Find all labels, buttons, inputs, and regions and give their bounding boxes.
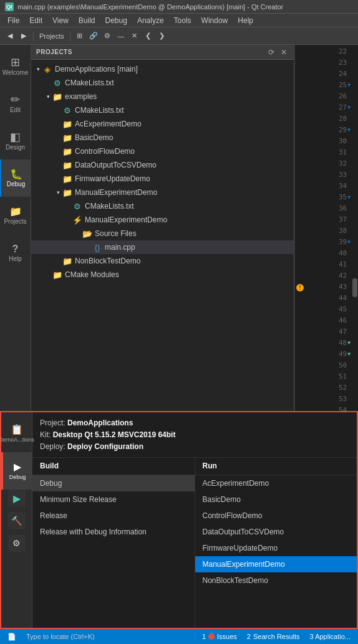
run-item-firmwareupdatedemo[interactable]: FirmwareUpdateDemo (195, 540, 357, 556)
menu-tools[interactable]: Tools (169, 15, 196, 26)
tree-item-manual-exec[interactable]: ⚡ManualExperimentDemo (31, 213, 294, 227)
tree-item-examples-folder[interactable]: ▾📁examples (31, 90, 294, 103)
popup-panel: 📋 DemoA...tions ▶ Debug ▶ 🔨 ⚙ Project: D… (0, 411, 358, 629)
build-item-release[interactable]: Release (32, 508, 195, 524)
tree-arrow-manual-demo[interactable]: ▾ (54, 188, 62, 197)
menu-view[interactable]: View (47, 15, 74, 26)
sidebar-item-debug[interactable]: 🐛 Debug (0, 159, 31, 197)
tree-item-control-demo[interactable]: 📁ControlFlowDemo (31, 144, 294, 158)
tree-label-source-files: Source Files (95, 229, 137, 238)
menu-file[interactable]: File (2, 15, 24, 26)
toolbar-link-btn[interactable]: 🔗 (87, 30, 100, 42)
sidebar-item-projects-label: Projects (4, 218, 26, 225)
tree-item-manual-cmake[interactable]: ⚙CMakeLists.txt (31, 199, 294, 213)
popup-debug-icon: ▶ (14, 461, 21, 473)
popup-sidebar-demoapps[interactable]: 📋 DemoA...tions (1, 415, 32, 452)
menu-bar: File Edit View Build Debug Analyze Tools… (0, 14, 358, 27)
status-app-label: 3 Applicatio... (310, 633, 351, 640)
tree-label-demo-root: DemoApplications [main] (55, 65, 138, 73)
tree-item-source-files[interactable]: 📂Source Files (31, 227, 294, 240)
tree-label-ac-demo: AcExperimentDemo (75, 120, 142, 128)
status-issues[interactable]: 1 Issues (198, 629, 241, 644)
tree-item-data-demo[interactable]: 📁DataOutputToCSVDemo (31, 158, 294, 172)
run-item-basicdemo[interactable]: BasicDemo (195, 491, 357, 508)
tree-label-basic-demo: BasicDemo (75, 133, 113, 142)
popup-content: Project: DemoApplications Kit: Desktop Q… (32, 412, 357, 628)
tree-arrow-cmake-root (44, 78, 52, 87)
sidebar-item-help-label: Help (9, 255, 22, 262)
tree-item-manual-demo[interactable]: ▾📁ManualExperimentDemo (31, 186, 294, 199)
status-search-placeholder: Type to locate (Ctrl+K) (26, 633, 95, 640)
status-search-results[interactable]: 2 Search Results (243, 629, 304, 644)
status-search-label: Search Results (253, 633, 300, 640)
tree-item-main-cpp[interactable]: {}main.cpp (31, 240, 294, 254)
tree-item-firmware-demo[interactable]: 📁FirmwareUpdateDemo (31, 172, 294, 186)
menu-help[interactable]: Help (233, 15, 258, 26)
tree-arrow-firmware-demo (54, 174, 62, 183)
popup-run-header: Run (195, 458, 357, 475)
sidebar-item-projects[interactable]: 📁 Projects (0, 197, 31, 234)
run-item-controlflowdemo[interactable]: ControlFlowDemo (195, 508, 357, 524)
tree-item-nonblock-demo[interactable]: 📁NonBlockTestDemo (31, 254, 294, 268)
menu-build[interactable]: Build (74, 15, 100, 26)
status-file-icon[interactable]: 📄 (4, 629, 20, 644)
build-list: DebugMinimum Size ReleaseReleaseRelease … (32, 475, 195, 540)
panel-btn-close[interactable]: ✕ (279, 47, 289, 57)
line-num-52: 52 (295, 382, 352, 394)
panel-btn-sync[interactable]: ⟳ (266, 47, 276, 57)
sidebar-item-help[interactable]: ? Help (0, 234, 31, 272)
tree-arrow-examples-cmake (54, 106, 62, 115)
run-item-manualexperimentdemo[interactable]: ManualExperimentDemo (195, 556, 357, 572)
tree-arrow-examples-folder[interactable]: ▾ (44, 92, 52, 101)
menu-edit[interactable]: Edit (24, 15, 47, 26)
sidebar-item-edit[interactable]: ✏ Edit (0, 85, 31, 122)
toolbar-back-btn[interactable]: ◀ (4, 30, 16, 42)
sidebar-item-welcome[interactable]: ⊞ Welcome (0, 47, 31, 85)
popup-kit-line: Kit: Desktop Qt 5.15.2 MSVC2019 64bit (40, 429, 349, 441)
popup-build-column: Build DebugMinimum Size ReleaseReleaseRe… (32, 458, 195, 628)
tree-item-examples-cmake[interactable]: ⚙CMakeLists.txt (31, 103, 294, 117)
build-item-debug[interactable]: Debug (32, 475, 195, 491)
toolbar-nav-right[interactable]: ❯ (156, 30, 168, 42)
build-item-release-with-debug-information[interactable]: Release with Debug Information (32, 524, 195, 540)
design-icon: ◧ (10, 131, 21, 143)
projects-icon: 📁 (9, 207, 22, 217)
tree-icon-source-files: 📂 (82, 229, 92, 239)
tree-icon-manual-cmake: ⚙ (72, 201, 82, 211)
menu-window[interactable]: Window (196, 15, 233, 26)
popup-sidebar-debug-label: Debug (9, 474, 26, 481)
popup-deploy-line: Deploy: Deploy Configuration (40, 441, 349, 453)
menu-debug[interactable]: Debug (100, 15, 132, 26)
tree-icon-manual-exec: ⚡ (72, 215, 82, 225)
tree-item-demo-root[interactable]: ▾◈DemoApplications [main] (31, 62, 294, 76)
line-num-29: 29▼ (295, 125, 352, 136)
toolbar-filter-btn[interactable]: ⊞ (74, 30, 86, 42)
status-app[interactable]: 3 Applicatio... (306, 629, 354, 644)
menu-analyze[interactable]: Analyze (132, 15, 169, 26)
toolbar-forward-btn[interactable]: ▶ (17, 30, 30, 42)
popup-sidebar-debug[interactable]: ▶ Debug (1, 452, 32, 490)
run-item-nonblocktestdemo[interactable]: NonBlockTestDemo (195, 572, 357, 589)
run-button[interactable]: ▶ (8, 490, 26, 507)
toolbar-settings-btn[interactable]: ⚙ (101, 30, 114, 42)
tree-item-cmake-root[interactable]: ⚙CMakeLists.txt (31, 76, 294, 90)
tree-icon-examples-folder: 📁 (52, 92, 62, 102)
tree-label-examples-cmake: CMakeLists.txt (75, 106, 124, 115)
toolbar-minimize-btn[interactable]: — (115, 30, 127, 42)
popup-build-header: Build (32, 458, 195, 475)
sidebar-item-design[interactable]: ◧ Design (0, 122, 31, 159)
status-search-input-area[interactable]: Type to locate (Ctrl+K) (22, 629, 196, 644)
line-num-39: 39▼ (295, 237, 352, 248)
tree-item-ac-demo[interactable]: 📁AcExperimentDemo (31, 117, 294, 131)
toolbar-nav-left[interactable]: ❮ (142, 30, 155, 42)
tree-item-cmake-modules[interactable]: 📁CMake Modules (31, 268, 294, 282)
build-item-minimum-size-release[interactable]: Minimum Size Release (32, 491, 195, 508)
tree-arrow-demo-root[interactable]: ▾ (34, 65, 42, 73)
toolbar-close-btn[interactable]: ✕ (128, 30, 141, 42)
deploy-button[interactable]: ⚙ (8, 534, 26, 552)
build-button[interactable]: 🔨 (8, 512, 26, 529)
tree-item-basic-demo[interactable]: 📁BasicDemo (31, 131, 294, 144)
sidebar-item-welcome-label: Welcome (2, 69, 29, 76)
run-item-acexperimentdemo[interactable]: AcExperimentDemo (195, 475, 357, 491)
run-item-dataoutputtocsvdemo[interactable]: DataOutputToCSVDemo (195, 524, 357, 540)
